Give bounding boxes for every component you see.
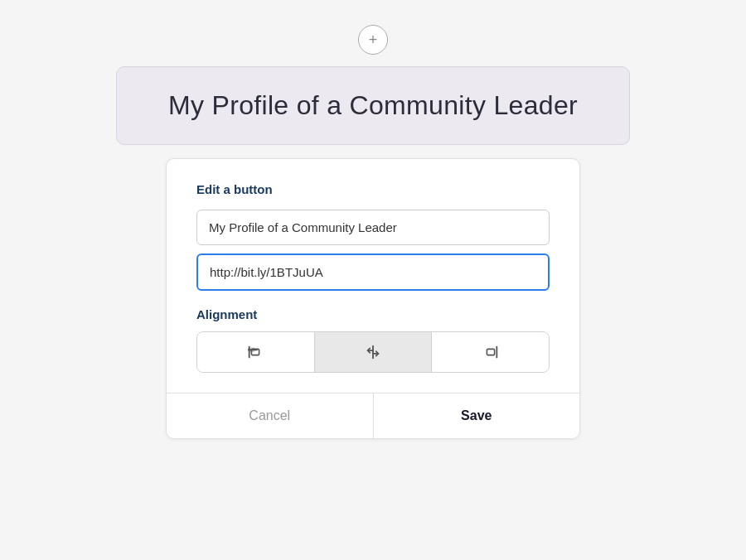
- edit-section-label: Edit a button: [196, 182, 550, 196]
- align-left-icon: [246, 343, 264, 361]
- align-center-button[interactable]: [315, 332, 433, 372]
- align-center-icon: [364, 343, 382, 361]
- button-text-input[interactable]: [196, 210, 550, 245]
- url-input[interactable]: [196, 253, 550, 291]
- align-right-button[interactable]: [432, 332, 549, 372]
- alignment-label: Alignment: [196, 307, 550, 321]
- title-bar: My Profile of a Community Leader: [116, 66, 630, 145]
- plus-icon: +: [369, 32, 378, 47]
- edit-panel-body: Edit a button Alignment: [167, 159, 579, 393]
- cancel-button[interactable]: Cancel: [167, 393, 374, 438]
- svg-rect-9: [487, 349, 494, 355]
- add-button[interactable]: +: [358, 25, 388, 55]
- align-right-icon: [482, 343, 500, 361]
- page-title: My Profile of a Community Leader: [168, 90, 578, 120]
- align-left-button[interactable]: [197, 332, 315, 372]
- edit-panel: Edit a button Alignment: [166, 158, 580, 439]
- alignment-buttons: [196, 331, 550, 373]
- edit-panel-footer: Cancel Save: [167, 393, 579, 438]
- save-button[interactable]: Save: [374, 393, 580, 438]
